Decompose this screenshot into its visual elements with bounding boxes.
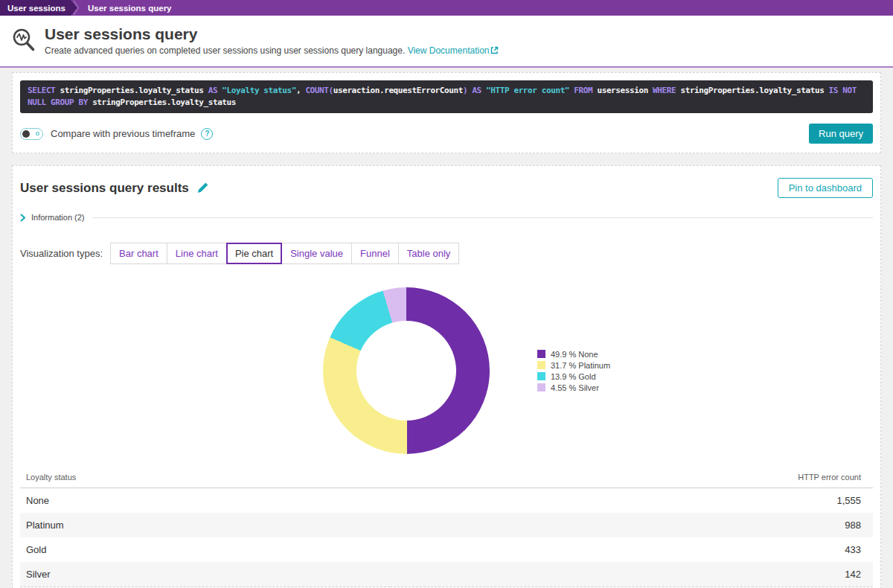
viz-tab-pie-chart[interactable]: Pie chart — [226, 243, 282, 264]
run-query-button[interactable]: Run query — [809, 124, 873, 144]
legend-label: 4.55 % Silver — [551, 383, 599, 392]
table-cell: Silver — [20, 562, 390, 587]
query-token: FROM — [574, 86, 597, 95]
compare-timeframe-label: Compare with previous timeframe — [51, 128, 195, 139]
query-token: "Loyalty status" — [222, 86, 296, 95]
view-documentation-link[interactable]: View Documentation — [408, 45, 499, 56]
toggle-dot — [36, 132, 39, 135]
query-token: AS — [208, 86, 223, 95]
visualization-types-label: Visualization types: — [20, 248, 103, 259]
legend-swatch — [537, 372, 545, 380]
legend-item[interactable]: 13.9 % Gold — [537, 372, 610, 381]
results-header: User sessions query results Pin to dashb… — [20, 178, 873, 198]
query-token: SELECT — [28, 86, 60, 95]
page-subtitle: Create advanced queries on completed use… — [45, 45, 499, 57]
table-row: None1,555 — [20, 488, 873, 514]
toggle-knob — [22, 130, 30, 138]
divider-line — [92, 217, 873, 218]
viz-tab-funnel[interactable]: Funnel — [351, 243, 399, 264]
legend-item[interactable]: 49.9 % None — [537, 350, 610, 359]
chart-legend: 49.9 % None31.7 % Platinum13.9 % Gold4.5… — [537, 348, 610, 394]
page-title: User sessions query — [45, 25, 499, 43]
table-body: None1,555Platinum988Gold433Silver142 — [20, 488, 873, 587]
query-token: , — [296, 86, 305, 95]
legend-item[interactable]: 4.55 % Silver — [537, 383, 610, 392]
query-token: "HTTP error count" — [486, 86, 574, 95]
pin-to-dashboard-button[interactable]: Pin to dashboard — [778, 178, 873, 198]
viz-tab-single-value[interactable]: Single value — [281, 243, 352, 264]
table-row: Gold433 — [20, 537, 873, 562]
table-cell: 988 — [390, 513, 873, 537]
visualization-types-row: Visualization types: Bar chartLine chart… — [20, 243, 873, 264]
viz-tab-line-chart[interactable]: Line chart — [167, 243, 227, 264]
breadcrumb-label: User sessions query — [88, 4, 172, 13]
page-header: User sessions query Create advanced quer… — [0, 16, 893, 68]
table-cell: Platinum — [20, 513, 390, 537]
table-row: Silver142 — [20, 562, 873, 587]
help-icon[interactable]: ? — [201, 128, 213, 140]
legend-swatch — [537, 350, 545, 358]
query-token: WHERE — [653, 86, 680, 95]
legend-label: 31.7 % Platinum — [551, 361, 610, 370]
breadcrumb: User sessions User sessions query — [0, 0, 893, 16]
query-token: stringProperties.loyalty_status — [92, 98, 236, 107]
results-table: Loyalty statusHTTP error count None1,555… — [20, 468, 873, 587]
table-cell: 142 — [390, 562, 873, 587]
table-row: Platinum988 — [20, 513, 873, 537]
breadcrumb-label: User sessions — [7, 4, 65, 13]
legend-label: 13.9 % Gold — [551, 372, 596, 381]
query-token: usersession — [597, 86, 653, 95]
query-token: useraction.requestErrorCount — [333, 86, 463, 95]
legend-swatch — [537, 383, 545, 392]
legend-swatch — [537, 361, 545, 369]
breadcrumb-item-user-sessions[interactable]: User sessions — [0, 0, 77, 16]
query-text: SELECT stringProperties.loyalty_status A… — [28, 86, 857, 107]
donut-hole — [356, 321, 456, 421]
information-label: Information (2) — [31, 213, 85, 222]
query-token: stringProperties.loyalty_status — [680, 86, 828, 95]
query-card: SELECT stringProperties.loyalty_status A… — [12, 72, 881, 153]
legend-item[interactable]: 31.7 % Platinum — [537, 361, 610, 370]
edit-title-pencil-icon[interactable] — [196, 182, 209, 194]
table-column-header: HTTP error count — [390, 468, 873, 488]
chart-area: 49.9 % None31.7 % Platinum13.9 % Gold4.5… — [20, 287, 873, 455]
information-expander[interactable]: Information (2) — [20, 213, 873, 222]
table-column-header: Loyalty status — [20, 468, 390, 488]
table-cell: 1,555 — [390, 488, 873, 514]
legend-label: 49.9 % None — [551, 350, 598, 359]
external-link-icon — [490, 46, 499, 57]
query-editor[interactable]: SELECT stringProperties.loyalty_status A… — [20, 80, 873, 113]
table-cell: Gold — [20, 537, 390, 562]
query-token: stringProperties.loyalty_status — [60, 86, 208, 95]
query-token: COUNT( — [305, 86, 333, 95]
session-search-icon — [7, 26, 40, 56]
query-controls: Compare with previous timeframe ? Run qu… — [20, 124, 873, 144]
page-header-text: User sessions query Create advanced quer… — [45, 25, 499, 56]
results-title: User sessions query results — [20, 181, 189, 196]
table-cell: 433 — [390, 537, 873, 562]
table-header-row: Loyalty statusHTTP error count — [20, 468, 873, 488]
breadcrumb-item-user-sessions-query[interactable]: User sessions query — [79, 0, 181, 16]
table-cell: None — [20, 488, 390, 514]
compare-timeframe-toggle[interactable] — [20, 128, 43, 140]
query-token: ) AS — [463, 86, 486, 95]
donut-chart[interactable] — [323, 287, 490, 454]
chevron-right-icon — [20, 214, 25, 222]
viz-tabs: Bar chartLine chartPie chartSingle value… — [110, 243, 459, 264]
viz-tab-bar-chart[interactable]: Bar chart — [110, 243, 167, 264]
viz-tab-table-only[interactable]: Table only — [398, 243, 460, 264]
results-card: User sessions query results Pin to dashb… — [12, 165, 881, 588]
